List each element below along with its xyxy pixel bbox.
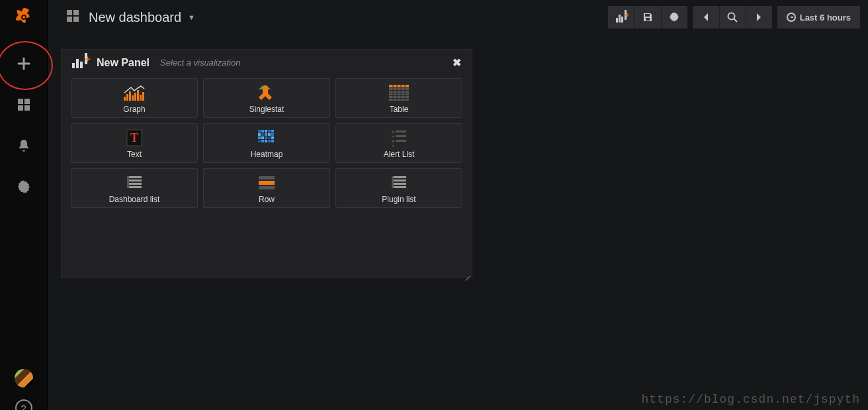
svg-rect-41 [258,136,261,139]
svg-rect-24 [389,99,409,101]
svg-rect-31 [258,130,261,132]
svg-rect-66 [392,176,394,188]
svg-rect-53 [396,140,406,142]
svg-rect-22 [389,93,409,95]
svg-rect-44 [268,136,271,139]
viz-label: Graph [123,105,145,114]
svg-point-10 [728,13,735,20]
user-avatar[interactable] [15,369,33,387]
settings-button[interactable] [661,6,687,28]
svg-rect-11 [124,97,126,101]
dashboard-list-icon [122,173,146,193]
viz-label: Row [259,195,275,204]
svg-rect-5 [24,105,30,111]
viz-label: Dashboard list [109,195,160,204]
row-icon [255,173,279,193]
svg-rect-36 [258,133,261,136]
viz-singlestat[interactable]: Singlestat [203,78,330,118]
svg-rect-46 [258,140,261,142]
panel-header: + New Panel Select a visualization ✖ [62,50,472,73]
svg-rect-8 [67,17,72,22]
grafana-icon [13,7,34,28]
time-range-label: Last 6 hours [800,13,851,23]
viz-graph[interactable]: Graph [71,78,198,118]
gear-icon [669,12,679,23]
resize-handle[interactable] [464,270,470,276]
viz-label: Plugin list [382,195,415,204]
topbar: New dashboard ▼ + [48,0,868,34]
plugin-list-icon [387,173,411,193]
table-icon [387,83,411,103]
caret-down-icon: ▼ [188,13,195,21]
svg-rect-62 [392,176,406,178]
svg-rect-52 [396,135,406,137]
viz-heatmap[interactable]: Heatmap [203,123,330,163]
viz-label: Singlestat [249,105,284,114]
time-next-button[interactable] [746,6,772,28]
sidebar-item-configuration[interactable] [11,174,37,200]
svg-rect-3 [24,99,30,104]
viz-row[interactable]: Row [203,168,330,208]
save-button[interactable] [634,6,661,28]
sidebar-item-dashboards[interactable] [11,91,37,118]
svg-text:T: T [130,131,138,144]
graph-icon [122,83,146,103]
svg-rect-57 [127,186,142,188]
viz-text[interactable]: T Text [71,123,198,163]
svg-rect-47 [261,140,264,142]
svg-rect-7 [73,10,79,15]
visualization-grid: Graph Singlestat Table T Text [62,73,472,217]
svg-rect-21 [389,91,409,93]
heatmap-icon [255,128,279,148]
sidebar-item-create[interactable] [11,50,37,77]
grid-icon [17,98,30,111]
svg-rect-59 [259,176,275,179]
text-icon: T [122,128,146,148]
svg-rect-51 [396,130,406,132]
svg-rect-15 [134,93,136,101]
svg-rect-33 [265,130,267,132]
svg-rect-13 [129,91,131,101]
svg-rect-12 [126,94,128,101]
svg-rect-18 [142,92,144,101]
viz-table[interactable]: Table [335,78,462,118]
clock-icon [787,13,796,22]
svg-rect-42 [261,136,264,139]
sidebar: ? [0,0,48,410]
svg-rect-16 [137,90,139,101]
chevron-left-icon [703,13,709,22]
viz-label: Heatmap [251,150,283,159]
close-panel-button[interactable]: ✖ [453,56,461,69]
topbar-actions: + Last 6 hours [608,6,860,28]
viz-label: Text [127,150,142,159]
svg-rect-54 [127,176,142,178]
dashboard-title-dropdown[interactable]: New dashboard ▼ [66,9,195,26]
zoom-out-button[interactable] [719,6,746,28]
svg-rect-2 [18,99,23,104]
add-panel-button[interactable]: + [608,6,634,28]
time-prev-button[interactable] [693,6,719,28]
time-nav-group [693,6,772,28]
bars-plus-icon: + [616,13,627,23]
viz-dashboard-list[interactable]: Dashboard list [71,168,198,208]
svg-rect-35 [271,130,274,132]
svg-rect-60 [259,181,275,185]
svg-rect-37 [261,133,264,136]
bell-icon [17,138,30,153]
alert-list-icon [387,128,411,148]
panel-title: New Panel [97,57,150,69]
viz-alert-list[interactable]: Alert List [335,123,462,163]
sidebar-item-alerting[interactable] [11,132,37,159]
svg-rect-14 [132,95,134,101]
new-panel: + New Panel Select a visualization ✖ Gra… [61,49,472,278]
viz-plugin-list[interactable]: Plugin list [335,168,462,208]
svg-rect-17 [140,95,142,101]
svg-rect-40 [271,133,274,136]
time-range-button[interactable]: Last 6 hours [777,6,860,28]
svg-rect-58 [127,176,129,188]
svg-rect-63 [392,179,406,181]
svg-rect-32 [261,130,264,132]
help-button[interactable]: ? [15,399,32,410]
grafana-logo[interactable] [11,4,37,30]
save-icon [642,12,653,23]
